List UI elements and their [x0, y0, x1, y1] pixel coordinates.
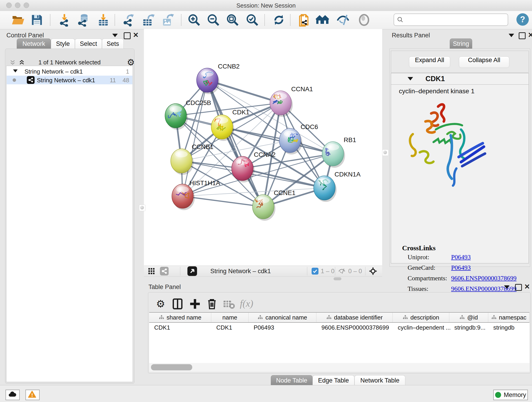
node-CDKN1A[interactable]: CDKN1A [314, 171, 361, 202]
tab-style[interactable]: Style [51, 38, 75, 49]
delete-column-icon[interactable] [206, 298, 218, 310]
home-networks-icon[interactable] [316, 13, 329, 27]
collection-count: 1 [126, 68, 129, 75]
node-RB1[interactable]: RB1 [322, 136, 356, 168]
column-header-namespac[interactable]: namespac [488, 313, 530, 322]
node-CCNB1[interactable]: CCNB1 [171, 143, 214, 175]
edge-CCNB2-CCNE1[interactable] [207, 80, 263, 207]
crosslink-row: GeneCard:P06493 [391, 264, 529, 274]
expand-all-button[interactable]: Expand All [409, 56, 450, 68]
scrollbar-thumb[interactable] [151, 364, 192, 370]
delete-table-icon[interactable] [222, 298, 235, 310]
show-hide-graphics-icon[interactable] [336, 13, 350, 27]
control-panel: Control Panel ✕ 1 of 1 Network selected … [3, 29, 137, 385]
panel-menu-icon[interactable] [504, 285, 510, 289]
section-collapse-icon[interactable] [408, 77, 413, 80]
network-row-selected[interactable]: String Network – cdk1 11 48 [7, 76, 133, 84]
search-field[interactable] [394, 13, 508, 26]
node-label-CCNB1: CCNB1 [192, 143, 214, 150]
column-header-name[interactable]: name [211, 313, 249, 322]
cell-namespac[interactable]: stringdb [493, 324, 515, 331]
navigate-crosshair-icon[interactable] [368, 267, 378, 276]
panel-menu-icon[interactable] [509, 34, 514, 37]
node-label-CDKN1A: CDKN1A [335, 171, 361, 178]
tab-select[interactable]: Select [75, 38, 102, 49]
zoom-selected-icon[interactable] [246, 13, 259, 27]
bottom-splitter-handle[interactable] [334, 277, 341, 280]
open-session-icon[interactable] [12, 13, 25, 27]
cloud-button[interactable] [6, 390, 20, 400]
column-type-icon [459, 315, 465, 320]
collection-expand-icon[interactable] [13, 70, 18, 72]
crosslink-link[interactable]: P06493 [451, 264, 471, 271]
tab-string[interactable]: String [450, 38, 472, 49]
refresh-icon[interactable] [272, 13, 285, 27]
node-CCNA1[interactable]: CCNA1 [270, 85, 313, 117]
panel-float-icon[interactable] [519, 32, 526, 39]
node-label-CDK1: CDK1 [232, 109, 249, 116]
memory-button[interactable]: Memory [493, 390, 528, 400]
grid-view-icon[interactable] [147, 268, 155, 275]
import-network-database-icon[interactable] [77, 13, 90, 27]
cell-canonical-name[interactable]: P06493 [254, 324, 274, 331]
cell--id[interactable]: stringdb:9... [454, 324, 486, 331]
zoom-fit-icon[interactable] [226, 13, 239, 27]
tab-node-table[interactable]: Node Table [271, 375, 312, 385]
search-input[interactable] [406, 15, 505, 24]
gene-section-header[interactable]: CDK1 [391, 73, 529, 85]
cell-database-identifier[interactable]: 9606.ENSP00000378699 [322, 324, 389, 331]
panel-close-icon[interactable]: ✕ [133, 32, 139, 38]
node-CCNE1[interactable]: CCNE1 [253, 189, 296, 221]
preview-sphere-icon[interactable] [357, 13, 371, 27]
warnings-button[interactable] [25, 390, 40, 400]
add-column-icon[interactable] [189, 298, 201, 310]
network-view-canvas[interactable]: CCNB2CCNA1CDC25BCDK1CDC6RB1CCNB1CCNA2CDK… [144, 29, 382, 266]
export-image-icon[interactable] [161, 13, 174, 27]
export-table-icon[interactable] [142, 13, 155, 27]
left-splitter-handle[interactable] [139, 205, 146, 211]
toolbar-separator [114, 14, 115, 26]
cell-description[interactable]: cyclin–dependent ... [398, 324, 451, 331]
column-header-canonical-name[interactable]: canonical name [249, 313, 317, 322]
column-header-shared-name[interactable]: shared name [149, 313, 211, 322]
help-icon[interactable]: ? [516, 13, 529, 26]
panel-close-icon[interactable]: ✕ [528, 32, 532, 38]
network-collection-row[interactable]: String Network – cdk1 1 [7, 67, 133, 76]
detach-view-icon[interactable] [187, 266, 197, 276]
node-CCNB2[interactable]: CCNB2 [196, 63, 240, 94]
node-label-HIST1H1A: HIST1H1A [190, 179, 220, 186]
tab-sets[interactable]: Sets [102, 38, 124, 49]
column-type-icon [326, 315, 332, 320]
selected-nodes-checkbox-icon[interactable] [312, 268, 318, 274]
crosslink-link[interactable]: P06493 [451, 254, 471, 261]
panel-float-icon[interactable] [124, 32, 131, 39]
cell-shared-name[interactable]: CDK1 [154, 324, 170, 331]
export-network-icon[interactable] [122, 13, 135, 27]
tab-edge-table[interactable]: Edge Table [312, 375, 355, 385]
table-options-gear-icon[interactable]: ⚙ [154, 298, 167, 310]
import-network-file-icon[interactable] [58, 13, 71, 27]
node-label-CCNE1: CCNE1 [274, 189, 296, 196]
string-results-body: Expand All Collapse All CDK1 cyclin–depe… [389, 49, 530, 267]
column-header--id[interactable]: @id [449, 313, 488, 322]
network-overview-icon[interactable] [160, 267, 169, 275]
node-HIST1H1A[interactable]: HIST1H1A [172, 179, 220, 210]
panel-close-icon[interactable]: ✕ [524, 284, 530, 290]
cell-name[interactable]: CDK1 [216, 324, 232, 331]
show-columns-icon[interactable] [171, 298, 184, 310]
tab-network-table[interactable]: Network Table [355, 375, 405, 385]
collapse-all-button[interactable]: Collapse All [459, 56, 509, 68]
save-session-icon[interactable] [30, 13, 44, 27]
tab-network[interactable]: Network [17, 38, 51, 49]
node-CDC6[interactable]: CDC6 [279, 123, 318, 154]
column-header-description[interactable]: description [393, 313, 449, 322]
panel-float-icon[interactable] [515, 284, 522, 291]
horizontal-scrollbar[interactable] [149, 363, 530, 372]
column-header-database-identifier[interactable]: database identifier [317, 313, 393, 322]
table-panel-title: Table Panel [148, 283, 181, 291]
import-table-file-icon[interactable] [97, 13, 110, 27]
panel-menu-icon[interactable] [112, 34, 118, 37]
zoom-in-icon[interactable] [187, 13, 201, 27]
share-session-file-icon[interactable] [298, 13, 311, 27]
zoom-out-icon[interactable] [207, 13, 220, 27]
